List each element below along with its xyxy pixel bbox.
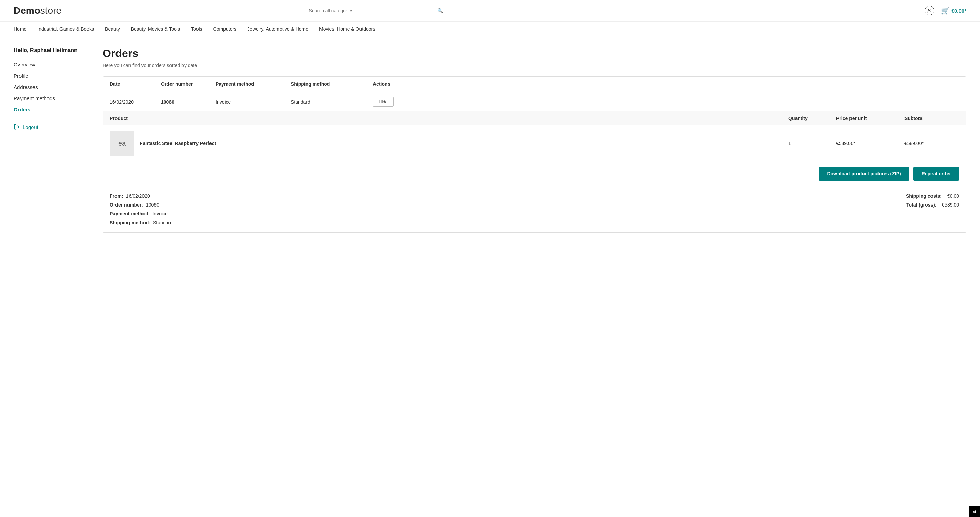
- col-date: Date: [110, 81, 161, 87]
- order-summary: 16/02/2020 10060 Invoice Standard Hide: [103, 92, 966, 112]
- ph-product: Product: [110, 116, 788, 121]
- from-label: From:: [110, 193, 123, 199]
- ph-quantity: Quantity: [788, 116, 836, 121]
- order-row: 16/02/2020 10060 Invoice Standard Hide P…: [103, 92, 966, 233]
- total-label: Total (gross):: [906, 202, 936, 207]
- sidebar-link-profile[interactable]: Profile: [14, 73, 29, 79]
- orders-content: Orders Here you can find your orders sor…: [102, 47, 966, 233]
- order-details-left: From: 16/02/2020 Order number: 10060 Pay…: [110, 193, 533, 225]
- product-name: Fantastic Steel Raspberry Perfect: [140, 140, 216, 146]
- sidebar-link-overview[interactable]: Overview: [14, 62, 35, 67]
- repeat-order-button[interactable]: Repeat order: [913, 167, 959, 180]
- product-price: €589.00*: [836, 140, 905, 146]
- nav-item-industrial[interactable]: Industrial, Games & Books: [37, 26, 94, 32]
- cart-icon: 🛒: [941, 6, 950, 15]
- logout-link[interactable]: Logout: [14, 124, 89, 130]
- header: Demostore 🔍 🛒 €0.00*: [0, 0, 980, 22]
- product-subtotal: €589.00*: [905, 140, 959, 146]
- order-date: 16/02/2020: [110, 99, 161, 105]
- search-icon: 🔍: [438, 8, 443, 13]
- sidebar-link-payment[interactable]: Payment methods: [14, 96, 55, 101]
- payment-value: Invoice: [153, 211, 167, 217]
- detail-shipping: Shipping method: Standard: [110, 220, 533, 225]
- nav-item-movies[interactable]: Movies, Home & Outdoors: [319, 26, 375, 32]
- sidebar-item-addresses[interactable]: Addresses: [14, 84, 89, 90]
- col-actions: Actions: [373, 81, 959, 87]
- product-info: ea Fantastic Steel Raspberry Perfect: [110, 131, 788, 156]
- sidebar-item-payment[interactable]: Payment methods: [14, 96, 89, 101]
- order-number-detail-value: 10060: [146, 202, 159, 207]
- svg-point-0: [928, 9, 930, 11]
- order-details: From: 16/02/2020 Order number: 10060 Pay…: [103, 186, 966, 232]
- ph-subtotal: Subtotal: [905, 116, 959, 121]
- sidebar-item-profile[interactable]: Profile: [14, 73, 89, 79]
- nav-item-jewelry[interactable]: Jewelry, Automotive & Home: [247, 26, 308, 32]
- order-shipping: Standard: [291, 99, 373, 105]
- sidebar-link-orders[interactable]: Orders: [14, 107, 30, 112]
- sidebar-item-orders[interactable]: Orders: [14, 107, 89, 112]
- nav-item-computers[interactable]: Computers: [213, 26, 237, 32]
- nav-item-tools[interactable]: Tools: [191, 26, 202, 32]
- header-icons: 🛒 €0.00*: [924, 6, 966, 15]
- product-row: ea Fantastic Steel Raspberry Perfect 1 €…: [103, 126, 966, 161]
- col-shipping: Shipping method: [291, 81, 373, 87]
- sidebar-divider: [14, 118, 89, 118]
- logout-icon: [14, 124, 20, 130]
- nav-item-beauty-movies[interactable]: Beauty, Movies & Tools: [131, 26, 180, 32]
- order-number: 10060: [161, 99, 216, 105]
- search-bar: 🔍: [304, 4, 447, 17]
- page-subtitle: Here you can find your orders sorted by …: [102, 62, 966, 68]
- col-order-number: Order number: [161, 81, 216, 87]
- detail-from: From: 16/02/2020: [110, 193, 533, 199]
- logout-label: Logout: [22, 124, 38, 130]
- order-actions-row: Download product pictures (ZIP) Repeat o…: [103, 161, 966, 186]
- total-row: Total (gross): €589.00: [906, 202, 959, 207]
- logo-light: store: [40, 5, 62, 16]
- user-icon[interactable]: [924, 6, 934, 15]
- sidebar-greeting: Hello, Raphael Heilmann: [14, 47, 89, 53]
- payment-label: Payment method:: [110, 211, 150, 217]
- product-thumbnail: ea: [110, 131, 134, 156]
- nav-item-home[interactable]: Home: [14, 26, 26, 32]
- table-header: Date Order number Payment method Shippin…: [103, 77, 966, 92]
- detail-order-number: Order number: 10060: [110, 202, 533, 207]
- main-content: Hello, Raphael Heilmann Overview Profile…: [0, 37, 980, 243]
- download-pictures-button[interactable]: Download product pictures (ZIP): [819, 167, 909, 180]
- main-nav: Home Industrial, Games & Books Beauty Be…: [0, 22, 980, 37]
- page-title: Orders: [102, 47, 966, 60]
- sidebar-link-addresses[interactable]: Addresses: [14, 84, 38, 90]
- hide-button[interactable]: Hide: [373, 97, 394, 107]
- search-input[interactable]: [304, 4, 447, 17]
- orders-table: Date Order number Payment method Shippin…: [102, 76, 966, 233]
- nav-item-beauty[interactable]: Beauty: [105, 26, 120, 32]
- order-number-label: Order number:: [110, 202, 143, 207]
- from-value: 16/02/2020: [126, 193, 150, 199]
- shipping-costs-value: €0.00: [947, 193, 959, 199]
- total-value: €589.00: [942, 202, 959, 207]
- product-quantity: 1: [788, 140, 836, 146]
- cart[interactable]: 🛒 €0.00*: [941, 6, 966, 15]
- detail-payment: Payment method: Invoice: [110, 211, 533, 217]
- col-payment: Payment method: [216, 81, 291, 87]
- shipping-costs-label: Shipping costs:: [906, 193, 942, 199]
- ph-price: Price per unit: [836, 116, 905, 121]
- cart-price: €0.00*: [951, 8, 966, 14]
- order-actions: Hide: [373, 97, 959, 107]
- order-payment: Invoice: [216, 99, 291, 105]
- sidebar-item-overview[interactable]: Overview: [14, 62, 89, 67]
- sidebar-nav: Overview Profile Addresses Payment metho…: [14, 62, 89, 112]
- shipping-value: Standard: [153, 220, 173, 225]
- logo[interactable]: Demostore: [14, 5, 62, 16]
- product-header: Product Quantity Price per unit Subtotal: [103, 112, 966, 126]
- shipping-costs-row: Shipping costs: €0.00: [906, 193, 959, 199]
- logo-bold: Demo: [14, 5, 40, 16]
- sidebar: Hello, Raphael Heilmann Overview Profile…: [14, 47, 89, 233]
- shipping-label: Shipping method:: [110, 220, 150, 225]
- order-details-right: Shipping costs: €0.00 Total (gross): €58…: [536, 193, 959, 225]
